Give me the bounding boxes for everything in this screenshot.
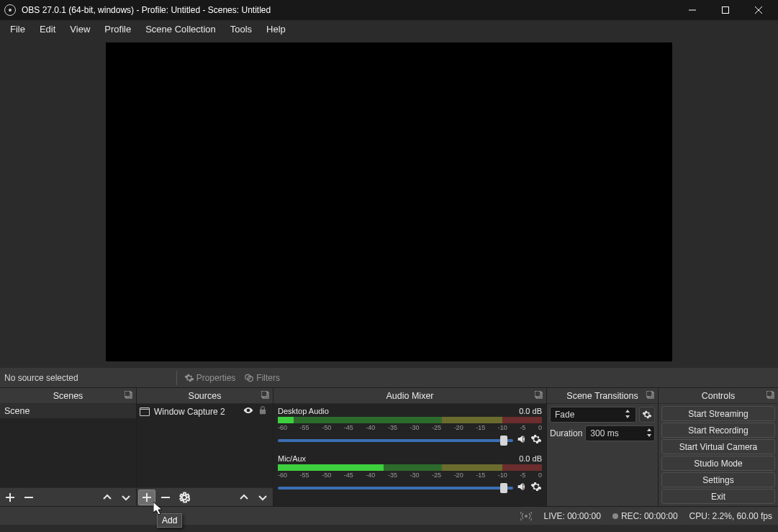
filters-label: Filters [256,373,280,383]
source-properties-button[interactable] [176,490,193,505]
mixer-channel: Desktop Audio 0.0 dB -60-55-50-45-40-35-… [278,407,542,447]
sources-title: Sources [189,391,222,401]
svg-marker-27 [153,502,162,515]
menu-tools[interactable]: Tools [223,22,259,37]
transition-select[interactable]: Fade [550,407,636,423]
menu-file[interactable]: File [3,22,32,37]
channel-name: Desktop Audio [278,407,329,415]
source-selection-status: No source selected [4,373,78,383]
channel-settings-button[interactable] [530,481,542,495]
scenes-header[interactable]: Scenes [0,388,136,404]
svg-rect-7 [125,391,130,397]
stream-indicator [520,512,532,520]
duration-spinbox[interactable]: 300 ms [585,425,655,441]
slider-thumb[interactable] [500,483,507,493]
svg-rect-12 [261,391,267,397]
popout-icon[interactable] [646,391,655,400]
close-button[interactable] [742,0,775,20]
channel-settings-button[interactable] [530,433,542,447]
move-scene-up-button[interactable] [99,490,116,505]
controls-header[interactable]: Controls [659,388,778,404]
scenes-title: Scenes [53,391,83,401]
properties-label: Properties [196,373,236,383]
move-source-down-button[interactable] [254,490,271,505]
svg-marker-21 [625,415,630,418]
popout-icon[interactable] [535,391,543,400]
slider-thumb[interactable] [500,436,507,446]
duration-value: 300 ms [590,428,618,438]
svg-marker-20 [625,410,630,412]
window-capture-icon [140,407,150,416]
audio-meter [278,417,542,423]
statusbar: LIVE: 00:00:00 REC: 00:00:00 CPU: 2.2%, … [0,506,778,525]
popout-icon[interactable] [125,391,133,400]
menu-edit[interactable]: Edit [32,22,63,37]
visibility-toggle[interactable] [241,405,255,418]
move-source-up-button[interactable] [235,490,253,505]
popout-icon[interactable] [261,391,270,400]
meter-ticks: -60-55-50-45-40-35-30-25-20-15-10-50 [278,472,542,479]
scene-item[interactable]: Scene [0,404,136,418]
broadcast-icon [520,512,532,520]
transitions-header[interactable]: Scene Transitions [547,388,658,404]
live-status: LIVE: 00:00:00 [543,511,600,521]
volume-slider[interactable] [278,487,513,490]
controls-body: Start Streaming Start Recording Start Vi… [659,404,778,506]
studio-mode-button[interactable]: Studio Mode [661,456,775,471]
rec-status: REC: 00:00:00 [612,511,678,521]
svg-rect-1 [723,7,729,14]
controls-dock: Controls Start Streaming Start Recording… [659,388,778,506]
filters-button[interactable]: Filters [240,373,284,383]
audio-meter [278,464,542,471]
remove-scene-button[interactable] [20,490,37,505]
scenes-list[interactable]: Scene [0,404,136,487]
gear-icon [184,373,194,383]
menubar: File Edit View Profile Scene Collection … [0,20,778,38]
transitions-title: Scene Transitions [566,391,638,401]
preview-canvas[interactable] [106,42,672,361]
properties-button[interactable]: Properties [180,373,240,383]
move-scene-down-button[interactable] [117,490,135,505]
mixer-channel: Mic/Aux 0.0 dB -60-55-50-45-40-35-30-25-… [278,454,542,495]
popout-icon[interactable] [766,391,775,400]
svg-rect-19 [646,391,652,397]
cursor-icon [153,502,165,516]
mixer-header[interactable]: Audio Mixer [273,388,546,404]
meter-ticks: -60-55-50-45-40-35-30-25-20-15-10-50 [278,424,542,431]
menu-help[interactable]: Help [259,22,293,37]
maximize-button[interactable] [709,0,742,20]
app-logo-icon [4,4,16,16]
exit-button[interactable]: Exit [661,489,775,504]
duration-label: Duration [550,428,582,438]
sources-header[interactable]: Sources [137,388,273,404]
start-virtual-camera-button[interactable]: Start Virtual Camera [661,439,775,454]
start-streaming-button[interactable]: Start Streaming [661,406,775,421]
svg-rect-25 [766,391,772,397]
svg-marker-22 [647,428,651,431]
scenes-toolbar [0,487,136,506]
divider [176,371,177,385]
channel-level: 0.0 dB [519,454,542,463]
menu-scene-collection[interactable]: Scene Collection [138,22,223,37]
minimize-button[interactable] [676,0,709,20]
start-recording-button[interactable]: Start Recording [661,423,775,438]
cpu-status: CPU: 2.2%, 60.00 fps [689,511,772,521]
speaker-icon[interactable] [516,433,528,447]
speaker-icon[interactable] [516,481,528,495]
titlebar: OBS 27.0.1 (64-bit, windows) - Profile: … [0,0,778,20]
source-info-bar: No source selected Properties Filters [0,367,778,387]
volume-slider[interactable] [278,439,513,442]
preview-area [0,38,778,367]
transition-settings-button[interactable] [639,407,655,423]
settings-button[interactable]: Settings [661,472,775,487]
lock-toggle[interactable] [255,405,270,418]
add-scene-button[interactable] [1,490,19,505]
menu-profile[interactable]: Profile [97,22,138,37]
transitions-body: Fade Duration 300 ms [547,404,658,506]
menu-view[interactable]: View [63,22,97,37]
sources-dock: Sources Window Capture 2 [137,388,273,506]
sources-list[interactable]: Window Capture 2 [137,404,273,487]
source-item-label: Window Capture 2 [154,407,225,417]
source-item[interactable]: Window Capture 2 [137,404,273,419]
tooltip-label: Add [162,515,177,526]
